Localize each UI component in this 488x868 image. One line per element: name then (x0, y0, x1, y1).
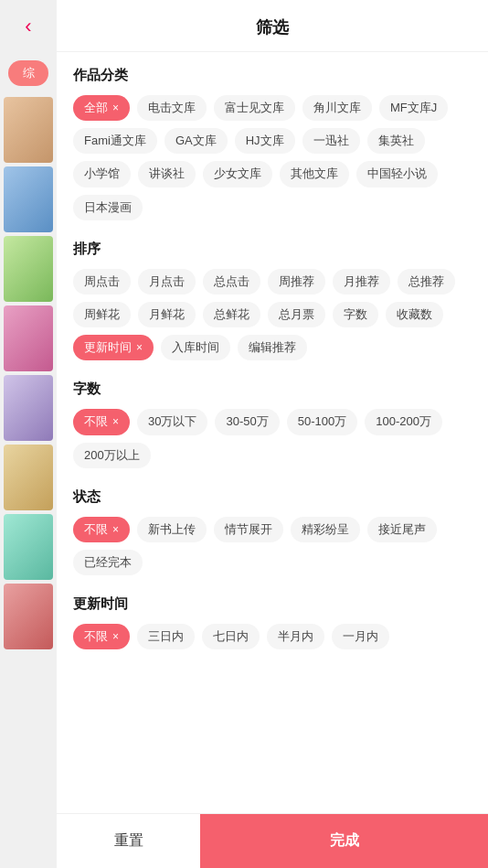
section-wordcount: 字数不限×30万以下30-50万50-100万100-200万200万以上 (73, 380, 472, 467)
tag-update_time-0[interactable]: 不限× (73, 624, 130, 649)
sidebar-image-list (0, 93, 57, 653)
tag-category-9[interactable]: 集英社 (367, 128, 425, 154)
tag-wordcount-4[interactable]: 100-200万 (365, 409, 442, 434)
sidebar-category-tag[interactable]: 综 (8, 60, 48, 86)
sidebar-tag-label: 综 (23, 65, 35, 81)
tag-close-icon-update_time-0[interactable]: × (112, 631, 119, 642)
tag-sort-8[interactable]: 总鲜花 (203, 302, 260, 327)
sidebar-book-cover-2[interactable] (4, 166, 53, 232)
sidebar-book-cover-8[interactable] (4, 584, 53, 649)
footer: 重置 完成 (57, 813, 488, 868)
tag-category-5[interactable]: Fami通文库 (73, 128, 157, 154)
tags-wrap-wordcount: 不限×30万以下30-50万50-100万100-200万200万以上 (73, 409, 472, 467)
tag-update_time-4[interactable]: 一月内 (332, 624, 389, 649)
tag-sort-5[interactable]: 总推荐 (398, 269, 455, 295)
section-title-wordcount: 字数 (73, 380, 472, 398)
tag-sort-4[interactable]: 月推荐 (333, 269, 390, 295)
section-sort: 排序周点击月点击总点击周推荐月推荐总推荐周鲜花月鲜花总鲜花总月票字数收藏数更新时… (73, 241, 472, 361)
tag-category-3[interactable]: 角川文库 (302, 95, 372, 121)
tag-status-4[interactable]: 接近尾声 (367, 517, 437, 542)
tag-close-icon-sort-12[interactable]: × (136, 342, 143, 353)
tag-close-icon-category-0[interactable]: × (112, 102, 119, 113)
tag-category-12[interactable]: 少女文库 (203, 161, 272, 187)
tag-wordcount-5[interactable]: 200万以上 (73, 443, 151, 468)
tag-status-2[interactable]: 情节展开 (214, 517, 283, 542)
sidebar: ‹ 综 (0, 0, 57, 868)
tag-category-2[interactable]: 富士见文库 (214, 95, 295, 121)
tag-sort-13[interactable]: 入库时间 (161, 335, 230, 360)
tag-sort-0[interactable]: 周点击 (73, 269, 131, 295)
tag-category-4[interactable]: MF文库J (379, 95, 448, 121)
tag-category-0[interactable]: 全部× (73, 95, 130, 121)
tags-wrap-update_time: 不限×三日内七日内半月内一月内 (73, 624, 472, 649)
tags-wrap-sort: 周点击月点击总点击周推荐月推荐总推荐周鲜花月鲜花总鲜花总月票字数收藏数更新时间×… (73, 269, 472, 361)
tag-status-1[interactable]: 新书上传 (137, 517, 207, 542)
tag-category-11[interactable]: 讲谈社 (138, 161, 196, 187)
back-icon: ‹ (25, 15, 31, 38)
tag-sort-14[interactable]: 编辑推荐 (238, 335, 307, 360)
tag-sort-1[interactable]: 月点击 (138, 269, 196, 295)
sidebar-book-cover-5[interactable] (4, 375, 53, 441)
tag-sort-10[interactable]: 字数 (333, 302, 378, 327)
tag-wordcount-0[interactable]: 不限× (73, 409, 130, 434)
tag-sort-7[interactable]: 月鲜花 (138, 302, 196, 327)
tag-update_time-3[interactable]: 半月内 (267, 624, 324, 649)
section-update_time: 更新时间不限×三日内七日内半月内一月内 (73, 595, 472, 649)
confirm-button[interactable]: 完成 (200, 814, 488, 868)
sidebar-book-cover-1[interactable] (4, 97, 53, 163)
section-title-update_time: 更新时间 (73, 595, 472, 613)
tags-wrap-category: 全部×电击文库富士见文库角川文库MF文库JFami通文库GA文库HJ文库一迅社集… (73, 95, 472, 220)
sidebar-book-cover-3[interactable] (4, 236, 53, 302)
tag-category-15[interactable]: 日本漫画 (73, 195, 143, 220)
tag-status-5[interactable]: 已经完本 (73, 550, 143, 575)
back-button[interactable]: ‹ (0, 0, 57, 53)
tag-category-13[interactable]: 其他文库 (280, 161, 349, 187)
tag-sort-3[interactable]: 周推荐 (268, 269, 325, 295)
tag-sort-11[interactable]: 收藏数 (386, 302, 443, 327)
tag-category-7[interactable]: HJ文库 (235, 128, 295, 154)
tag-sort-9[interactable]: 总月票 (268, 302, 325, 327)
sidebar-book-cover-6[interactable] (4, 445, 53, 510)
tag-wordcount-2[interactable]: 30-50万 (215, 409, 279, 434)
tag-close-icon-wordcount-0[interactable]: × (112, 416, 119, 427)
sidebar-book-cover-7[interactable] (4, 514, 53, 580)
tag-sort-2[interactable]: 总点击 (203, 269, 260, 295)
tag-sort-6[interactable]: 周鲜花 (73, 302, 131, 327)
section-title-sort: 排序 (73, 241, 472, 258)
tag-category-1[interactable]: 电击文库 (137, 95, 207, 121)
section-title-status: 状态 (73, 488, 472, 506)
filter-panel: 筛选 作品分类全部×电击文库富士见文库角川文库MF文库JFami通文库GA文库H… (57, 0, 488, 868)
tag-status-0[interactable]: 不限× (73, 517, 130, 542)
tag-category-8[interactable]: 一迅社 (302, 128, 360, 154)
tag-category-14[interactable]: 中国轻小说 (356, 161, 438, 187)
tags-wrap-status: 不限×新书上传情节展开精彩纷呈接近尾声已经完本 (73, 517, 472, 575)
section-category: 作品分类全部×电击文库富士见文库角川文库MF文库JFami通文库GA文库HJ文库… (73, 67, 472, 220)
panel-title: 筛选 (57, 0, 488, 52)
tag-update_time-1[interactable]: 三日内 (137, 624, 195, 649)
tag-update_time-2[interactable]: 七日内 (202, 624, 260, 649)
tag-sort-12[interactable]: 更新时间× (73, 335, 154, 360)
section-title-category: 作品分类 (73, 67, 472, 84)
tag-status-3[interactable]: 精彩纷呈 (291, 517, 360, 542)
tag-wordcount-1[interactable]: 30万以下 (137, 409, 207, 434)
reset-button[interactable]: 重置 (57, 814, 200, 868)
tag-close-icon-status-0[interactable]: × (112, 524, 119, 535)
sidebar-book-cover-4[interactable] (4, 305, 53, 371)
tag-category-6[interactable]: GA文库 (164, 128, 228, 154)
section-status: 状态不限×新书上传情节展开精彩纷呈接近尾声已经完本 (73, 488, 472, 575)
filter-body: 作品分类全部×电击文库富士见文库角川文库MF文库JFami通文库GA文库HJ文库… (57, 52, 488, 813)
tag-wordcount-3[interactable]: 50-100万 (287, 409, 357, 434)
tag-category-10[interactable]: 小学馆 (73, 161, 131, 187)
